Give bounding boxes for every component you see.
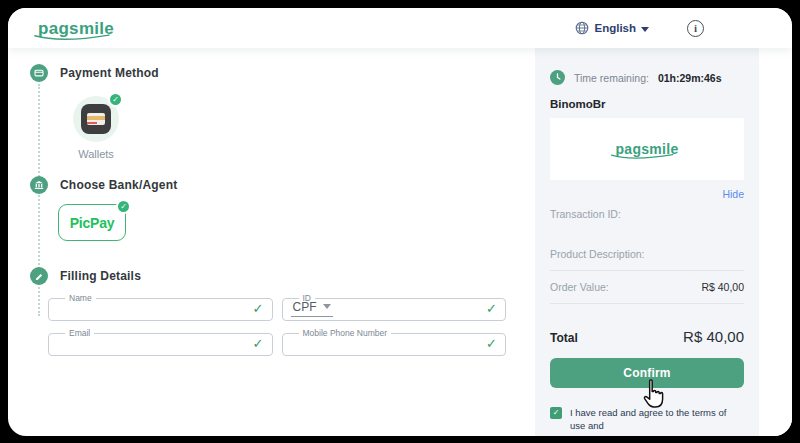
email-input[interactable] [57,337,247,349]
name-input[interactable] [57,302,247,314]
time-remaining-row: Time remaining: 01h:29m:46s [550,70,744,85]
step-payment-method: Payment Method [30,64,535,82]
filling-details-step-icon [30,267,48,285]
step-choose-bank: Choose Bank/Agent [30,176,535,194]
picpay-logo: PicPay [70,215,115,231]
order-value-label: Order Value: [550,281,609,293]
logo-swoosh-icon [32,32,112,44]
logo-swoosh-icon [609,151,675,163]
order-summary-panel: Time remaining: 01h:29m:46s BinomoBr pag… [535,48,759,436]
total-label: Total [550,331,578,345]
globe-icon [575,21,589,35]
confirm-area: Confirm [550,358,744,388]
cursor-hand-icon [639,378,669,410]
id-field: ID CPF ✓ [282,294,507,321]
header: pagsmile English i [8,8,792,48]
name-field: Name ✓ [48,294,273,321]
order-value-row: Order Value: R$ 40,00 [550,271,744,303]
clock-icon [550,70,565,85]
pencil-icon [35,272,44,281]
email-field: Email ✓ [48,329,273,356]
wallets-method-button[interactable]: ✓ [73,96,119,142]
selected-check-icon: ✓ [108,92,123,107]
mobile-phone-input[interactable] [291,337,481,349]
choose-bank-step-icon [30,176,48,194]
id-type-value: CPF [293,300,317,314]
valid-check-icon: ✓ [253,301,264,316]
step-filling-details: Filling Details [30,267,535,285]
step-title-choose-bank: Choose Bank/Agent [60,178,177,192]
dropdown-arrow-icon [323,304,331,309]
chevron-down-icon [641,27,649,32]
payment-method-step-icon [30,64,48,82]
language-selector[interactable]: English [575,21,649,35]
details-form: Name ✓ ID CPF ✓ [48,294,506,356]
wallet-option-label: Wallets [65,148,127,160]
language-label: English [594,22,636,34]
picpay-bank-button[interactable]: PicPay ✓ [58,204,126,241]
total-row: Total R$ 40,00 [550,328,744,345]
wallet-option: ✓ Wallets [65,96,127,160]
wallet-icon [81,104,111,134]
valid-check-icon: ✓ [486,301,497,316]
valid-check-icon: ✓ [486,336,497,351]
bank-icon [34,180,44,190]
mobile-phone-field: Mobile Phone Number ✓ [282,329,507,356]
step-title-payment-method: Payment Method [60,66,159,80]
id-type-select[interactable]: CPF [291,300,333,317]
checkout-page: pagsmile English i [8,8,792,436]
header-actions: English i [575,20,704,37]
right-margin [759,48,792,436]
time-remaining-label: Time remaining: [574,72,649,84]
card-icon [34,68,44,78]
selected-check-icon: ✓ [116,199,131,214]
info-icon[interactable]: i [687,20,704,37]
pagsmile-logo: pagsmile [38,20,114,37]
time-remaining-value: 01h:29m:46s [658,72,722,84]
order-value: R$ 40,00 [701,281,744,293]
wallet-card-graphic [87,113,105,125]
transaction-id-label: Transaction ID: [550,208,744,248]
terms-checkbox[interactable]: ✓ [550,407,562,419]
merchant-logo-box: pagsmile [550,118,744,180]
step-title-filling-details: Filling Details [60,269,141,283]
total-value: R$ 40,00 [683,328,744,345]
main-content: Payment Method ✓ Wallets [8,48,792,436]
valid-check-icon: ✓ [253,336,264,351]
product-description-label: Product Description: [550,248,744,260]
merchant-pagsmile-logo: pagsmile [615,141,678,157]
merchant-name: BinomoBr [550,98,744,110]
hide-link[interactable]: Hide [550,188,744,200]
divider [550,303,744,304]
steps-column: Payment Method ✓ Wallets [8,48,535,436]
